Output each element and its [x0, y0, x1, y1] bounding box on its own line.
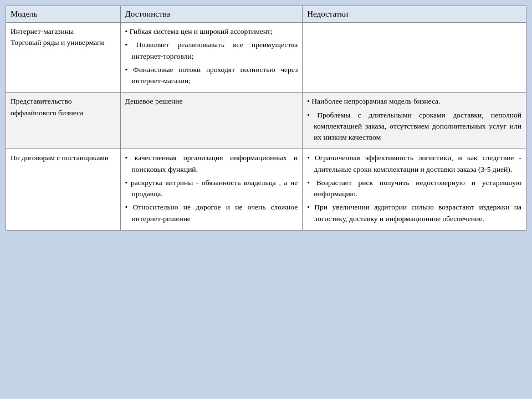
table-header-row: Модель Достоинства Недостатки — [6, 6, 526, 23]
cons-list-2: Наиболее непрозрачная модель бизнеса. Пр… — [307, 96, 521, 143]
table-row: Представительство оффлайнового бизнеса Д… — [6, 93, 526, 149]
table-row: Интернет-магазиныТорговый ряды и универм… — [6, 23, 526, 93]
cons-item: Наиболее непрозрачная модель бизнеса. — [307, 96, 521, 107]
cell-cons-1 — [303, 23, 526, 93]
pros-item: Финансовые потоки проходят полностью чер… — [125, 64, 298, 87]
model-text-2: Представительство оффлайнового бизнеса — [11, 97, 83, 116]
cell-pros-1: Гибкая система цен и широкий ассортимент… — [120, 23, 303, 93]
cell-model-1: Интернет-магазиныТорговый ряды и универм… — [6, 23, 121, 93]
cons-list-3: Ограниченная эффективность логистики, и … — [307, 152, 521, 224]
header-pros: Достоинства — [120, 6, 303, 23]
cell-cons-3: Ограниченная эффективность логистики, и … — [303, 149, 526, 231]
pros-item: Позволяет реализовывать все преимущества… — [125, 39, 298, 62]
cell-pros-2: Дешевое решение — [120, 93, 303, 149]
model-text-1: Интернет-магазиныТорговый ряды и универм… — [11, 27, 104, 47]
header-model: Модель — [6, 6, 121, 23]
pros-list-3: качественная организация информационных … — [125, 152, 298, 224]
pros-item: раскрутка витрины - обязанность владельц… — [125, 177, 298, 200]
header-cons: Недостатки — [303, 6, 526, 23]
comparison-table: Модель Достоинства Недостатки Интернет-м… — [6, 6, 526, 231]
cons-item: Проблемы с длительными сроками доставки,… — [307, 110, 521, 144]
cell-cons-2: Наиболее непрозрачная модель бизнеса. Пр… — [303, 93, 526, 149]
model-text-3: По договорам с поставщиками — [11, 154, 109, 162]
pros-item: Относительно не дорогое и не очень сложн… — [125, 202, 298, 224]
cell-model-2: Представительство оффлайнового бизнеса — [6, 93, 121, 149]
table-row: По договорам с поставщиками качественная… — [6, 149, 526, 231]
main-table-wrapper: Модель Достоинства Недостатки Интернет-м… — [6, 6, 526, 231]
cell-model-3: По договорам с поставщиками — [6, 149, 121, 231]
pros-item: качественная организация информационных … — [125, 152, 298, 175]
cell-pros-3: качественная организация информационных … — [120, 149, 303, 231]
pros-plain-2: Дешевое решение — [125, 97, 183, 105]
cons-item: При увеличении аудитории сильно возраста… — [307, 202, 521, 224]
pros-item: Гибкая система цен и широкий ассортимент… — [125, 26, 298, 37]
cons-item: Возрастает риск получить недостоверную и… — [307, 177, 521, 200]
cons-item: Ограниченная эффективность логистики, и … — [307, 152, 521, 175]
pros-list-1: Гибкая система цен и широкий ассортимент… — [125, 26, 298, 86]
